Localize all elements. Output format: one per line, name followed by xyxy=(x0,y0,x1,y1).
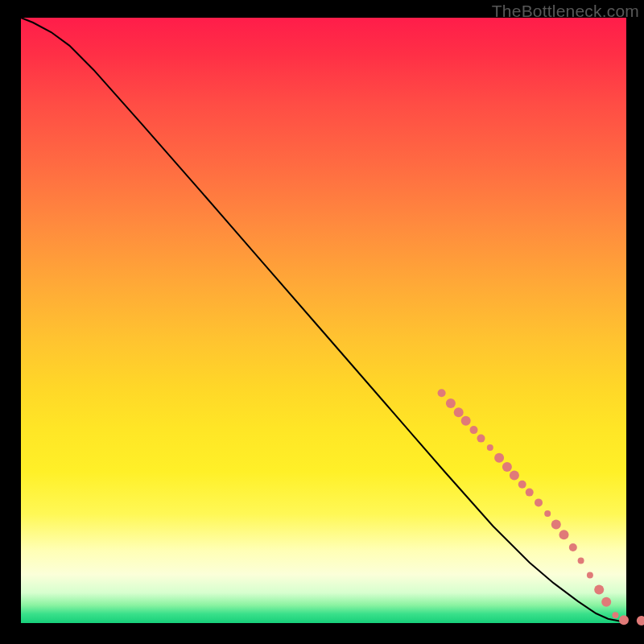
data-marker xyxy=(470,426,478,434)
chart-stage: TheBottleneck.com xyxy=(0,0,644,644)
data-marker xyxy=(494,453,504,463)
data-marker xyxy=(461,416,471,426)
data-marker xyxy=(613,612,619,618)
data-marker xyxy=(526,489,534,497)
data-marker xyxy=(518,481,526,489)
data-marker xyxy=(601,597,611,607)
data-marker xyxy=(454,407,464,417)
data-marker xyxy=(559,530,569,539)
data-marker xyxy=(477,435,485,443)
curve-line xyxy=(21,18,626,621)
markers-group xyxy=(438,389,644,625)
data-marker xyxy=(446,398,456,408)
data-marker xyxy=(551,519,561,529)
watermark-text: TheBottleneck.com xyxy=(492,2,639,21)
data-marker xyxy=(487,444,493,451)
data-marker xyxy=(569,543,577,551)
data-marker xyxy=(502,462,512,472)
data-marker xyxy=(544,510,551,517)
data-marker xyxy=(637,616,644,625)
chart-overlay xyxy=(21,18,626,623)
data-marker xyxy=(587,572,593,579)
data-marker xyxy=(438,389,446,397)
data-marker xyxy=(510,471,519,481)
data-marker xyxy=(619,615,629,625)
plot-area xyxy=(21,18,626,623)
data-marker xyxy=(578,558,584,564)
data-marker xyxy=(594,585,604,595)
data-marker xyxy=(535,498,543,506)
